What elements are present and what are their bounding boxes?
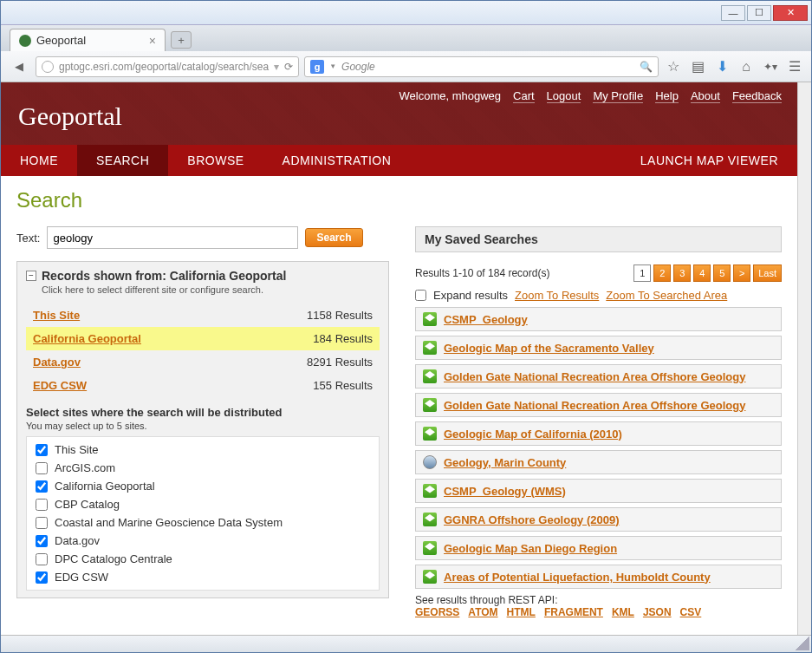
distribute-checkbox[interactable] xyxy=(36,499,48,511)
pager-button[interactable]: 3 xyxy=(673,264,691,282)
rest-format-link[interactable]: CSV xyxy=(680,606,702,618)
cart-link[interactable]: Cart xyxy=(513,89,535,103)
home-icon[interactable]: ⌂ xyxy=(737,57,756,76)
zoom-to-area-link[interactable]: Zoom To Searched Area xyxy=(606,289,727,302)
favicon-icon xyxy=(19,35,31,47)
expand-results-checkbox[interactable] xyxy=(415,290,426,301)
close-button[interactable]: ✕ xyxy=(773,5,808,21)
search-button[interactable]: Search xyxy=(305,228,362,247)
rest-format-link[interactable]: GEORSS xyxy=(415,606,459,618)
search-icon[interactable]: 🔍 xyxy=(640,61,653,73)
logout-link[interactable]: Logout xyxy=(547,89,581,103)
zoom-to-results-link[interactable]: Zoom To Results xyxy=(515,289,599,302)
maximize-button[interactable]: ☐ xyxy=(747,5,771,21)
dropdown-icon[interactable]: ▾ xyxy=(274,61,279,73)
feedback-link[interactable]: Feedback xyxy=(732,89,782,103)
result-row: Areas of Potential Liquefaction, Humbold… xyxy=(415,565,782,589)
result-link[interactable]: Areas of Potential Liquefaction, Humbold… xyxy=(444,571,711,584)
saved-searches-header[interactable]: My Saved Searches xyxy=(415,226,782,252)
download-icon[interactable]: ⬇ xyxy=(712,57,731,76)
main-nav: HOME SEARCH BROWSE ADMINISTRATION LAUNCH… xyxy=(1,145,797,176)
url-bar[interactable]: gptogc.esri.com/geoportal/catalog/search… xyxy=(36,56,299,77)
result-link[interactable]: Geologic Map San Diego Region xyxy=(444,542,617,555)
nav-admin[interactable]: ADMINISTRATION xyxy=(263,145,411,176)
profile-link[interactable]: My Profile xyxy=(593,89,643,103)
help-link[interactable]: Help xyxy=(655,89,679,103)
rest-format-link[interactable]: HTML xyxy=(507,606,536,618)
source-count: 184 Results xyxy=(313,332,373,345)
result-row: CSMP_Geology (WMS) xyxy=(415,479,782,503)
result-link[interactable]: Golden Gate National Recreation Area Off… xyxy=(444,399,745,412)
result-link[interactable]: Geology, Marin County xyxy=(444,456,566,469)
distribute-checkbox[interactable] xyxy=(36,553,48,565)
distribute-list[interactable]: This SiteArcGIS.comCalifornia GeoportalC… xyxy=(26,436,380,591)
page-scrollbar[interactable] xyxy=(797,82,811,635)
star-icon[interactable]: ☆ xyxy=(664,57,683,76)
dropdown-icon[interactable]: ▼ xyxy=(329,62,336,70)
distribute-row: Data.gov xyxy=(30,532,375,550)
source-row[interactable]: Data.gov8291 Results xyxy=(26,350,380,374)
result-link[interactable]: Golden Gate National Recreation Area Off… xyxy=(444,370,745,383)
rest-format-link[interactable]: FRAGMENT xyxy=(544,606,603,618)
search-label: Text: xyxy=(16,232,40,245)
result-row: Golden Gate National Recreation Area Off… xyxy=(415,364,782,389)
source-link[interactable]: EDG CSW xyxy=(33,379,87,392)
search-input[interactable] xyxy=(47,226,298,249)
nav-home[interactable]: HOME xyxy=(1,145,77,176)
browser-tab[interactable]: Geoportal × xyxy=(10,29,166,51)
layers-icon xyxy=(423,369,437,383)
distribute-checkbox[interactable] xyxy=(36,571,48,584)
pager-button[interactable]: Last xyxy=(753,264,782,282)
pager-button[interactable]: 2 xyxy=(653,264,671,282)
results-count-text: Results 1-10 of 184 record(s) xyxy=(415,267,549,279)
resize-grip-icon[interactable] xyxy=(796,637,809,650)
layers-icon xyxy=(423,570,437,584)
result-link[interactable]: CSMP_Geology (WMS) xyxy=(444,485,566,498)
browser-tabbar: Geoportal × + xyxy=(1,25,811,51)
rest-format-link[interactable]: JSON xyxy=(643,606,672,618)
page-title: Search xyxy=(16,188,782,212)
nav-launch-viewer[interactable]: LAUNCH MAP VIEWER xyxy=(621,145,797,176)
source-row[interactable]: EDG CSW155 Results xyxy=(26,374,380,397)
source-row[interactable]: This Site1158 Results xyxy=(26,304,380,327)
rest-format-link[interactable]: ATOM xyxy=(468,606,497,618)
pager-button[interactable]: 4 xyxy=(693,264,711,282)
result-link[interactable]: Geologic Map of California (2010) xyxy=(444,428,622,441)
rest-format-link[interactable]: KML xyxy=(612,606,634,618)
browser-search-bar[interactable]: g ▼ Google 🔍 xyxy=(304,56,659,77)
reload-icon[interactable]: ⟳ xyxy=(284,61,293,73)
pager: 12345>Last xyxy=(633,264,782,282)
result-link[interactable]: CSMP_Geology xyxy=(444,313,528,326)
result-row: Geologic Map of the Sacramento Valley xyxy=(415,336,782,360)
result-link[interactable]: GGNRA Offshore Geology (2009) xyxy=(444,513,620,526)
new-tab-button[interactable]: + xyxy=(171,31,192,49)
about-link[interactable]: About xyxy=(691,89,720,103)
tab-close-icon[interactable]: × xyxy=(149,34,156,48)
distribute-title: Select sites where the search will be di… xyxy=(26,406,380,419)
addon-icon[interactable]: ✦▾ xyxy=(761,57,780,76)
source-link[interactable]: This Site xyxy=(33,309,80,322)
source-row[interactable]: California Geoportal184 Results xyxy=(26,327,380,350)
collapse-icon[interactable]: − xyxy=(26,271,36,281)
distribute-label: DPC Catalogo Centrale xyxy=(55,552,172,565)
source-count: 155 Results xyxy=(313,379,373,392)
pager-button[interactable]: 1 xyxy=(633,264,651,282)
sources-subtitle[interactable]: Click here to select different site or c… xyxy=(42,284,286,295)
bookmarks-icon[interactable]: ▤ xyxy=(688,57,707,76)
minimize-button[interactable]: — xyxy=(721,5,745,21)
source-link[interactable]: Data.gov xyxy=(33,356,81,369)
distribute-checkbox[interactable] xyxy=(36,517,48,529)
pager-button[interactable]: 5 xyxy=(713,264,731,282)
source-link[interactable]: California Geoportal xyxy=(33,332,141,345)
distribute-checkbox[interactable] xyxy=(36,480,48,493)
nav-browse[interactable]: BROWSE xyxy=(168,145,263,176)
distribute-checkbox[interactable] xyxy=(36,462,48,474)
back-button[interactable]: ◀ xyxy=(8,56,30,78)
menu-icon[interactable]: ☰ xyxy=(785,57,804,76)
result-link[interactable]: Geologic Map of the Sacramento Valley xyxy=(444,342,654,355)
distribute-checkbox[interactable] xyxy=(36,535,48,547)
brand-title: Geoportal xyxy=(18,101,122,131)
nav-search[interactable]: SEARCH xyxy=(77,145,168,176)
pager-button[interactable]: > xyxy=(733,264,750,282)
distribute-checkbox[interactable] xyxy=(36,444,48,456)
